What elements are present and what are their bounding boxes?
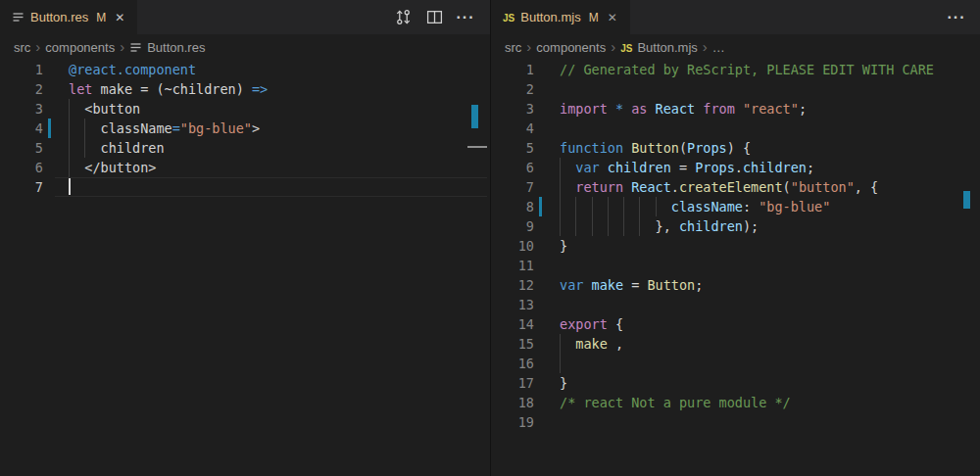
js-icon: JS bbox=[503, 10, 514, 24]
indent-guide bbox=[560, 354, 575, 373]
indent-guide bbox=[592, 216, 608, 236]
line-number: 16 bbox=[491, 354, 534, 373]
line-number: 15 bbox=[491, 334, 534, 354]
line-number: 12 bbox=[491, 275, 534, 295]
line-number: 3 bbox=[0, 99, 43, 119]
code-line-content bbox=[534, 354, 980, 373]
code-editor-left[interactable]: 1@react.component2let make = (~children)… bbox=[0, 60, 490, 197]
gutter-modified-indicator bbox=[48, 119, 51, 138]
code-token: ; bbox=[695, 277, 703, 293]
code-line[interactable]: 6</button> bbox=[0, 158, 490, 177]
code-line[interactable]: 3<button bbox=[0, 99, 490, 119]
code-line[interactable]: 5function Button(Props) { bbox=[491, 138, 980, 158]
code-line-content: let make = (~children) => bbox=[43, 79, 490, 99]
breadcrumb-item[interactable]: src bbox=[505, 40, 521, 55]
tab-button-mjs[interactable]: JS Button.mjs M ✕ bbox=[491, 0, 631, 34]
breadcrumb-separator-icon: › bbox=[30, 39, 45, 55]
code-line[interactable]: 2 bbox=[491, 79, 980, 99]
code-token: "button" bbox=[791, 179, 855, 195]
js-icon: JS bbox=[503, 10, 514, 24]
code-line[interactable]: 15make , bbox=[491, 334, 980, 354]
code-line[interactable]: 5children bbox=[0, 138, 490, 158]
code-line[interactable]: 1// Generated by ReScript, PLEASE EDIT W… bbox=[491, 60, 980, 79]
code-line[interactable]: 1@react.component bbox=[0, 60, 490, 79]
text-cursor bbox=[69, 178, 71, 195]
line-number: 1 bbox=[0, 60, 43, 79]
breadcrumb-item[interactable]: components bbox=[536, 40, 606, 55]
code-token: make = (~children) bbox=[101, 81, 252, 97]
overview-ruler-cursor-marker bbox=[467, 146, 487, 148]
code-line[interactable]: 12var make = Button; bbox=[491, 275, 980, 295]
code-line[interactable]: 7 bbox=[0, 177, 490, 197]
editor-actions-left: ··· bbox=[394, 0, 490, 34]
code-line[interactable]: 19 bbox=[491, 412, 980, 432]
code-line-content: } bbox=[534, 236, 980, 256]
code-line[interactable]: 16 bbox=[491, 354, 980, 373]
tab-bar-right: JS Button.mjs M ✕ ··· bbox=[491, 0, 980, 34]
code-token: ( bbox=[783, 179, 791, 195]
line-number: 3 bbox=[491, 99, 534, 119]
code-token: import bbox=[560, 101, 615, 117]
code-line-content: <button bbox=[43, 99, 490, 119]
breadcrumb-item[interactable]: Button.res bbox=[129, 40, 205, 55]
code-token: ; bbox=[807, 160, 814, 175]
code-token: var bbox=[560, 277, 592, 293]
code-editor-right[interactable]: 1// Generated by ReScript, PLEASE EDIT W… bbox=[491, 60, 980, 432]
code-line[interactable]: 18/* react Not a pure module */ bbox=[491, 393, 980, 412]
breadcrumb-label: Button.res bbox=[147, 40, 205, 55]
code-token: . bbox=[735, 160, 743, 175]
code-line-content bbox=[534, 295, 980, 314]
indent-guide bbox=[639, 216, 655, 236]
js-icon: JS bbox=[620, 40, 632, 55]
line-number: 4 bbox=[0, 119, 43, 138]
code-line[interactable]: 9}, children); bbox=[491, 216, 980, 236]
code-line[interactable]: 7return React.createElement("button", { bbox=[491, 177, 980, 197]
code-token: @react.component bbox=[69, 62, 196, 77]
indent-guide bbox=[560, 158, 575, 177]
more-actions-button[interactable]: ··· bbox=[457, 9, 474, 26]
tab-bar-empty bbox=[138, 0, 394, 34]
code-line-content bbox=[534, 256, 980, 275]
breadcrumb-item[interactable]: JSButton.mjs bbox=[620, 40, 698, 55]
code-token: Props bbox=[687, 140, 727, 156]
git-modified-badge: M bbox=[96, 11, 106, 24]
code-line[interactable]: 14export { bbox=[491, 314, 980, 334]
code-token: Props bbox=[695, 160, 735, 175]
tab-button-res[interactable]: Button.res M ✕ bbox=[0, 0, 138, 34]
code-line[interactable]: 2let make = (~children) => bbox=[0, 79, 490, 99]
open-changes-button[interactable] bbox=[394, 9, 412, 26]
line-number: 8 bbox=[491, 197, 534, 216]
code-line[interactable]: 13 bbox=[491, 295, 980, 314]
indent-guide bbox=[623, 197, 639, 216]
code-line-content: // Generated by ReScript, PLEASE EDIT WI… bbox=[534, 60, 980, 79]
code-token: return bbox=[575, 179, 631, 195]
breadcrumb-item[interactable]: components bbox=[45, 40, 115, 55]
code-line-content: make , bbox=[534, 334, 980, 354]
code-line[interactable]: 6var children = Props.children; bbox=[491, 158, 980, 177]
indent-guide bbox=[639, 197, 655, 216]
line-number: 2 bbox=[0, 79, 43, 99]
code-line[interactable]: 11 bbox=[491, 256, 980, 275]
close-icon[interactable]: ✕ bbox=[112, 10, 127, 25]
code-line[interactable]: 3import * as React from "react"; bbox=[491, 99, 980, 119]
code-line-content: children bbox=[43, 138, 490, 158]
code-line[interactable]: 4className="bg-blue"> bbox=[0, 119, 490, 138]
code-line-content: className: "bg-blue" bbox=[534, 197, 980, 216]
code-line[interactable]: 10} bbox=[491, 236, 980, 256]
split-editor-button[interactable] bbox=[425, 9, 443, 26]
breadcrumb-item[interactable]: src bbox=[14, 40, 30, 55]
breadcrumb-label: components bbox=[45, 40, 115, 55]
code-token: children bbox=[743, 160, 807, 175]
vscode-workbench: Button.res M ✕ ··· src›components›Button… bbox=[0, 0, 980, 476]
code-line[interactable]: 8className: "bg-blue" bbox=[491, 197, 980, 216]
code-token: ; bbox=[799, 101, 807, 117]
breadcrumb-item[interactable]: … bbox=[712, 40, 725, 55]
code-token: make bbox=[575, 336, 608, 352]
code-line[interactable]: 17} bbox=[491, 373, 980, 393]
close-icon[interactable]: ✕ bbox=[605, 10, 620, 25]
code-line-content bbox=[534, 412, 980, 432]
editor-pane-right: JS Button.mjs M ✕ ··· src›components›JSB… bbox=[490, 0, 980, 476]
breadcrumb-label: src bbox=[14, 40, 30, 55]
code-line[interactable]: 4 bbox=[491, 119, 980, 138]
more-actions-button[interactable]: ··· bbox=[948, 9, 965, 26]
